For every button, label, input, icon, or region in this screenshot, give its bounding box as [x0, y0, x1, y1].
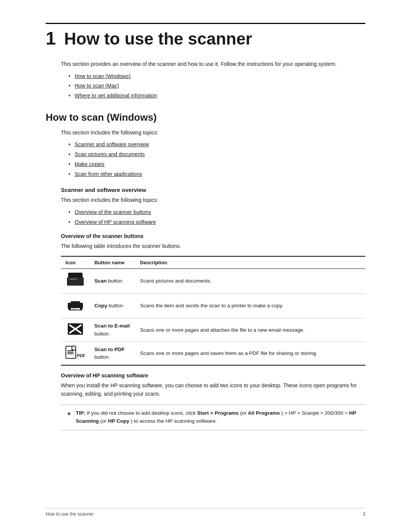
pdf-line — [67, 352, 73, 353]
table-row: Scan button Scans pictures and documents… — [61, 268, 365, 293]
chapter-title-area: 1 How to use the scanner — [46, 23, 365, 49]
windows-section-heading: How to scan (Windows) — [46, 112, 365, 123]
tip-text: TIP: If you did not choose to add deskto… — [76, 409, 360, 425]
topic-link-scan-pictures[interactable]: Scan pictures and documents — [75, 151, 145, 157]
windows-section-body: This section includes the following topi… — [61, 129, 365, 430]
footer-left: How to use the scanner — [46, 511, 94, 517]
icon-cell-pdf: PDF — [61, 342, 90, 365]
scanner-buttons-intro: The following table introduces the scann… — [61, 242, 365, 251]
scanner-software-heading: Scanner and software overview — [61, 187, 365, 193]
tip-content-3: ) > HP > Scanjet > 200/300 > — [281, 410, 349, 416]
toc-list: How to scan (Windows) How to scan (Mac) … — [68, 72, 365, 100]
col-description: Description — [135, 256, 365, 269]
icon-cell-copy — [61, 294, 90, 318]
list-item: Overview of the scanner buttons — [68, 208, 365, 217]
email-button-name: Scan to E-mailbutton — [90, 318, 135, 342]
subtopic-scanner-buttons[interactable]: Overview of the scanner buttons — [75, 209, 151, 215]
tip-bold-hp-copy: HP Copy — [108, 418, 129, 424]
list-item: How to scan (Windows) — [68, 72, 365, 81]
tip-content-4: (or — [100, 418, 108, 424]
subtopic-hp-scanning[interactable]: Overview of HP scanning software — [75, 219, 156, 225]
scanner-buttons-heading: Overview of the scanner buttons — [61, 233, 365, 239]
svg-rect-5 — [71, 301, 80, 304]
table-header-row: Icon Button name Description — [61, 256, 365, 269]
topic-link-make-copies[interactable]: Make copies — [75, 161, 105, 167]
copy-description: Scans the item and sends the scan to a p… — [135, 294, 365, 318]
svg-rect-7 — [72, 308, 77, 309]
list-item: Scanner and software overview — [68, 141, 365, 149]
copy-button-name: Copy button — [90, 294, 135, 318]
footer-right: 3 — [363, 511, 365, 517]
pdf-button-name: Scan to PDFbutton — [90, 342, 135, 365]
intro-section: This section provides an overview of the… — [61, 60, 365, 100]
icon-cell-email — [61, 318, 90, 342]
toc-link-mac[interactable]: How to scan (Mac) — [75, 83, 119, 89]
tip-content-1: If you did not choose to add desktop ico… — [87, 410, 197, 416]
col-icon: Icon — [61, 256, 90, 269]
page: 1 How to use the scanner This section pr… — [0, 0, 411, 532]
tip-content-5: ) to access the HP scanning software. — [131, 418, 217, 424]
list-item: How to scan (Mac) — [68, 82, 365, 90]
list-item: Where to get additional information — [68, 92, 365, 100]
scanner-software-subtopics: Overview of the scanner buttons Overview… — [68, 208, 365, 226]
icon-cell-scan — [61, 268, 90, 293]
table-row: Scan to E-mailbutton Scans one or more p… — [61, 318, 365, 342]
page-footer: How to use the scanner 3 — [46, 508, 365, 517]
list-item: Make copies — [68, 160, 365, 169]
chapter-number: 1 — [46, 28, 56, 48]
pdf-description: Scans one or more pages and saves them a… — [135, 342, 365, 365]
pdf-line — [67, 350, 73, 351]
table-row: Copy button Scans the item and sends the… — [61, 294, 365, 318]
scan-description: Scans pictures and documents. — [135, 268, 365, 293]
email-button-icon — [67, 323, 84, 335]
intro-paragraph: This section provides an overview of the… — [61, 60, 365, 69]
toc-link-info[interactable]: Where to get additional information — [75, 93, 157, 99]
hp-software-paragraph: When you install the HP scanning softwar… — [61, 382, 365, 398]
tip-label: TIP: — [76, 410, 86, 416]
svg-rect-1 — [67, 277, 84, 286]
toc-link-windows[interactable]: How to scan (Windows) — [75, 73, 131, 79]
chapter-title: How to use the scanner — [64, 29, 252, 48]
col-button-name: Button name — [90, 256, 135, 269]
windows-topics-list: Scanner and software overview Scan pictu… — [68, 141, 365, 178]
scan-button-icon — [67, 273, 84, 287]
pdf-button-icon: PDF — [65, 346, 85, 359]
pdf-lines — [67, 350, 73, 355]
list-item: Overview of HP scanning software — [68, 218, 365, 227]
email-description: Scans one or more pages and attaches the… — [135, 318, 365, 342]
tip-bold-start: Start > Programs — [197, 410, 239, 416]
tip-box: ✦ TIP: If you did not choose to add desk… — [61, 404, 365, 430]
topic-link-scanner-overview[interactable]: Scanner and software overview — [75, 141, 149, 147]
pdf-label-text: PDF — [77, 353, 85, 359]
svg-rect-2 — [69, 279, 77, 280]
table-row: PDF Scan to PDFbutton Scans one or more … — [61, 342, 365, 365]
tip-content-2: (or — [240, 410, 248, 416]
tip-sun-icon: ✦ — [66, 410, 72, 418]
svg-rect-4 — [68, 303, 83, 309]
copy-button-icon — [67, 297, 84, 312]
scanner-buttons-table: Icon Button name Description — [61, 256, 365, 366]
svg-rect-0 — [68, 273, 83, 278]
list-item: Scan from other applications — [68, 170, 365, 179]
pdf-doc-shape — [65, 346, 76, 359]
scanner-software-intro: This section includes the following topi… — [61, 196, 365, 204]
pdf-line — [67, 353, 73, 354]
tip-bold-all-programs: All Programs — [248, 410, 280, 416]
scan-button-name: Scan button — [90, 268, 135, 293]
windows-intro: This section includes the following topi… — [61, 129, 365, 137]
hp-software-heading: Overview of HP scanning software — [61, 372, 365, 379]
list-item: Scan pictures and documents — [68, 150, 365, 159]
topic-link-other-apps[interactable]: Scan from other applications — [75, 171, 142, 177]
svg-rect-8 — [72, 309, 75, 310]
